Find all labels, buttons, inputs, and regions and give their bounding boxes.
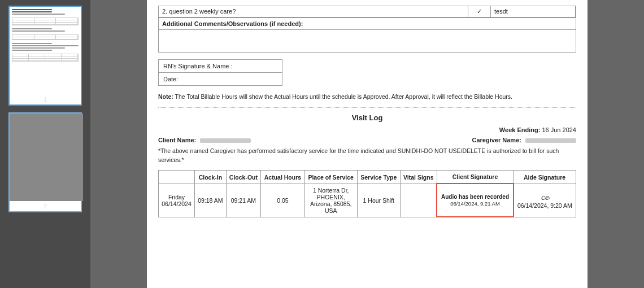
visit-log-title: Visit Log — [158, 114, 576, 122]
col-header-actual-hours: Actual Hours — [261, 171, 304, 184]
cell-clock-in: 09:18 AM — [195, 184, 227, 217]
note-body: The Total Billable Hours will show the A… — [175, 93, 512, 100]
date-row: Date: — [159, 73, 282, 85]
audio-date: 06/14/2024, 9:21 AM — [450, 200, 500, 207]
visit-log-section: Visit Log Week Ending: 16 Jun 2024 Clien… — [158, 114, 576, 218]
caregiver-name-field: Caregiver Name: — [472, 137, 577, 143]
note-text: Note: The Total Billable Hours will show… — [158, 93, 576, 102]
cell-client-signature: Audio has been recorded 06/14/2024, 9:21… — [437, 184, 513, 217]
section-divider — [158, 107, 576, 108]
document-page: 2. question 2 weekly care? ✓ tesdt Addit… — [147, 0, 588, 288]
week-ending-label: Week Ending: — [499, 126, 541, 133]
audio-recorded-text: Audio has been recorded — [440, 194, 510, 200]
col-header-vital-signs: Vital Signs — [400, 171, 437, 184]
caregiver-name-label: Caregiver Name: — [472, 137, 521, 143]
table-row: Friday 06/14/2024 09:18 AM 09:21 AM 0.05… — [159, 184, 576, 217]
col-header-client-sig: Client Signature — [437, 171, 513, 184]
col-header-service-type: Service Type — [357, 171, 400, 184]
note-prefix: Note: — [158, 93, 173, 100]
page-thumbnail-2[interactable]: 2 — [8, 112, 82, 212]
aide-signature-scribble: 𝓬𝓮 — [541, 192, 549, 202]
cell-place-of-service: 1 Norterra Dr,PHOENIX,Arizona, 85085,USA — [304, 184, 357, 217]
caregiver-name-redacted — [525, 138, 576, 143]
visit-log-table: Clock-In Clock-Out Actual Hours Place of… — [158, 170, 576, 217]
question-answer: tesdt — [491, 6, 576, 17]
col-header-place: Place of Service — [304, 171, 357, 184]
cell-service-type: 1 Hour Shift — [357, 184, 400, 217]
client-name-redacted — [200, 138, 251, 143]
day-date: 06/14/2024 — [162, 200, 192, 207]
cell-vital-signs — [400, 184, 437, 217]
satisfaction-note: *The above named Caregiver has performed… — [158, 147, 576, 165]
page-thumbnail-1[interactable]: 1 — [8, 6, 82, 106]
page-1-label: 1 — [10, 94, 81, 104]
cell-clock-out: 09:21 AM — [226, 184, 261, 217]
question-checkmark: ✓ — [468, 6, 491, 17]
col-header-clock-out: Clock-Out — [226, 171, 261, 184]
col-header-clock-in: Clock-In — [195, 171, 227, 184]
additional-comments: Additional Comments/Observations (if nee… — [158, 18, 576, 30]
main-content: 2. question 2 weekly care? ✓ tesdt Addit… — [90, 0, 644, 288]
week-ending-value: 16 Jun 2024 — [542, 126, 576, 133]
col-header-aide-sig: Aide Signature — [514, 171, 576, 184]
signature-table: RN's Signature & Name : Date: — [158, 59, 282, 86]
cell-day: Friday 06/14/2024 — [159, 184, 195, 217]
week-ending: Week Ending: 16 Jun 2024 — [158, 126, 576, 133]
cell-actual-hours: 0.05 — [261, 184, 304, 217]
page-2-label: 2 — [10, 201, 81, 211]
client-name-field: Client Name: — [158, 137, 251, 143]
aide-signature-date: 06/14/2024, 9:20 AM — [517, 202, 572, 209]
client-caregiver-row: Client Name: Caregiver Name: — [158, 137, 576, 143]
cell-aide-signature: 𝓬𝓮 06/14/2024, 9:20 AM — [514, 184, 576, 217]
question-text: 2. question 2 weekly care? — [159, 6, 468, 17]
day-name: Friday — [168, 194, 185, 200]
sidebar: 1 2 — [0, 0, 90, 288]
client-name-label: Client Name: — [158, 137, 196, 143]
signature-block: RN's Signature & Name : Date: — [158, 59, 576, 86]
col-header-day — [159, 171, 195, 184]
rn-signature-row: RN's Signature & Name : — [159, 60, 282, 73]
